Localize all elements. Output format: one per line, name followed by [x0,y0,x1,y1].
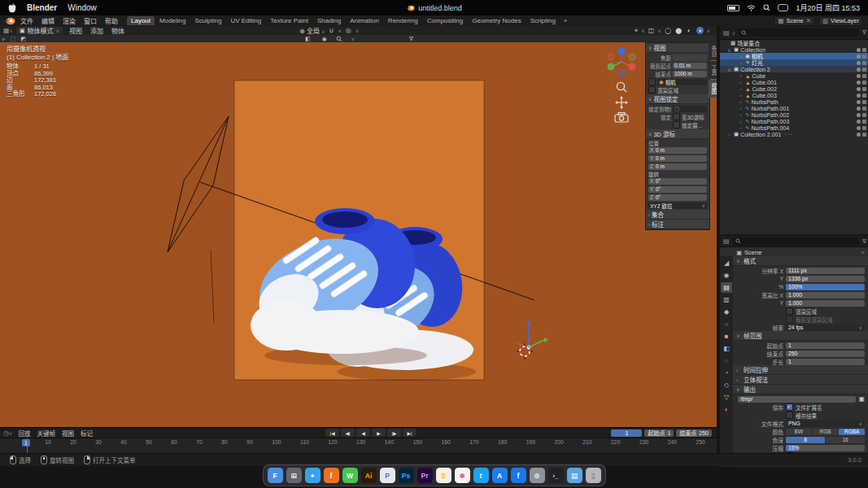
properties-tab[interactable]: ○ [721,319,732,329]
outliner-editor-icon[interactable]: ▤ [723,29,730,37]
menubar-app-name[interactable]: Blender [27,3,57,12]
outliner-item-label[interactable]: Collection 2.001 [740,132,781,137]
properties-tab[interactable]: ▥ [721,294,732,305]
disable-render-toggle-icon[interactable] [862,113,866,117]
output-path-field[interactable]: /tmp/ [738,396,856,403]
outliner-row[interactable]: › ☀ 灯光 [720,59,868,66]
aspect-y-field[interactable]: 1.000 [786,300,865,307]
dock-app-icon[interactable]: Ps [399,468,414,483]
scene-unlink-icon[interactable]: ✕ [806,17,811,24]
workspace-tab[interactable]: Geometry Nodes [468,16,525,25]
properties-search-input[interactable] [732,237,861,246]
apple-logo-icon[interactable] [8,3,16,13]
zoom-icon[interactable] [617,82,626,92]
topbar-menu-item[interactable]: 文件 [16,16,37,25]
camera-view-icon[interactable] [615,113,628,123]
outliner-row[interactable]: › ▣ Collection 2.001 ◦ ◦ ◦ [720,131,868,137]
outliner-item-label[interactable]: NurbsPath.002 [751,112,789,118]
object-axes-gizmo[interactable] [517,321,548,349]
disable-render-toggle-icon[interactable] [862,61,866,65]
frame-end-field[interactable]: 结束点250 [676,429,712,437]
workspace-tab[interactable]: Rendering [384,16,422,25]
collections-panel-header[interactable]: › 集合 [646,210,709,220]
workspace-tab[interactable]: Modeling [155,16,190,25]
disable-render-toggle-icon[interactable] [862,48,866,52]
hide-viewport-toggle-icon[interactable] [857,133,861,137]
disclosure-icon[interactable]: › [738,54,744,59]
dock-app-icon[interactable]: A [492,468,508,483]
lock-cursor-checkbox[interactable] [673,113,680,120]
render-region-checkbox[interactable] [648,86,656,94]
resolution-pct-slider[interactable]: 100% [786,284,865,290]
overlays-chevron-icon[interactable]: ∨ [657,28,661,33]
outliner-row[interactable]: › ∿ NurbsPath.002 [720,111,868,118]
outliner-row[interactable]: › ▲ Cube.002 [720,85,868,92]
dock-app-icon[interactable]: P [380,468,395,483]
color-mode-option[interactable]: RGB [813,429,839,435]
outliner-item-label[interactable]: NurbsPath.003 [751,119,789,124]
outliner-item-label[interactable]: Cube.002 [752,86,776,92]
outliner-row[interactable]: › ∿ NurbsPath.003 [720,118,868,124]
hide-viewport-toggle-icon[interactable] [857,100,861,104]
frame-end-field[interactable]: 250 [786,351,865,357]
breadcrumb-menu-icon[interactable]: ≡ [861,249,865,256]
transport-button[interactable]: ◀ [356,429,370,437]
fps-dropdown[interactable]: 24 fps∨ [786,325,865,331]
select-mode-icon[interactable]: ◩ [20,36,26,42]
hide-viewport-toggle-icon[interactable] [857,61,861,65]
dock-app-icon[interactable]: f [511,468,526,483]
aspect-x-field[interactable]: 1.000 [786,292,865,298]
proportional-editing-icon[interactable]: ◎ [346,27,351,34]
workspace-tab[interactable]: Animation [346,16,383,25]
timeline-ruler[interactable]: 1102030405060708090100110120130140150160… [0,438,717,454]
topbar-menu-item[interactable]: 帮助 [101,16,122,25]
outliner-search-input[interactable] [738,28,860,37]
time-stretch-section-header[interactable]: ›时间拉伸 [733,365,868,375]
outliner-row[interactable]: ▦ 场景集合 [720,40,868,46]
properties-tab[interactable]: ▤ [721,282,732,293]
axis-y-ball[interactable] [608,63,615,71]
resolution-y-field[interactable]: 1336 px [786,276,865,282]
render-region-checkbox[interactable] [786,307,793,315]
disable-render-toggle-icon[interactable] [862,94,866,98]
properties-tab[interactable]: ◆ [721,307,732,317]
viewport-3d[interactable]: 用摄像机透视 (1) Collection 2 | 地面 物体1 / 31 顶点… [0,42,717,427]
wifi-icon[interactable] [747,5,756,11]
lock-object-field[interactable]: ▢ [673,106,707,112]
color-mode-option[interactable]: RGBA [839,429,865,435]
n-panel-tab[interactable]: 工具 [709,61,717,79]
outliner-row[interactable]: › ◉ 相机 [720,53,868,59]
outliner-row[interactable]: › ▲ Cube.001 [720,79,868,85]
disclosure-icon[interactable]: › [738,60,744,65]
transport-button[interactable]: ▶| [403,429,417,437]
output-section-header[interactable]: ∨输出 [733,385,868,394]
workspace-tab[interactable]: Compositing [423,16,467,25]
battery-icon[interactable] [727,5,739,11]
transport-button[interactable]: ◀| [341,429,355,437]
cursor-rotation-field[interactable]: Y0° [648,186,707,193]
search-icon[interactable] [336,36,342,42]
hide-viewport-toggle-icon[interactable] [857,81,861,85]
disable-render-toggle-icon[interactable] [862,81,866,85]
crop-region-checkbox[interactable] [786,316,793,323]
snap-target-icon[interactable]: ◧ [305,36,311,42]
frame-start-field[interactable]: 1 [786,342,865,349]
view-panel-header[interactable]: ∨ 视图 [646,43,709,53]
compression-slider[interactable]: 15% [786,445,865,451]
shading-chevron-icon[interactable]: ∨ [707,28,710,33]
viewport-menu-item[interactable]: 视图 [66,26,85,35]
editor-type-icon[interactable]: ▦ [3,27,10,34]
outliner-item-label[interactable]: NurbsPath.001 [751,106,789,111]
shading-solid-button[interactable]: ⬤ [675,27,683,34]
hide-viewport-toggle-icon[interactable] [857,107,861,111]
file-extensions-checkbox[interactable] [786,403,793,411]
outliner-row[interactable]: ∨ ▣ Collection 2 [720,66,868,72]
timeline-menu-item[interactable]: 视图 [59,429,76,438]
dock-app-icon[interactable]: ⊞ [286,468,302,483]
dock-app-icon[interactable]: t [473,468,489,483]
frame-range-section-header[interactable]: ∨帧范围 [733,331,868,341]
workspace-tab[interactable]: Layout [127,16,155,25]
frame-start-field[interactable]: 起始点1 [644,429,674,437]
color-depth-option[interactable]: 8 [786,437,825,443]
disable-render-toggle-icon[interactable] [862,68,866,72]
